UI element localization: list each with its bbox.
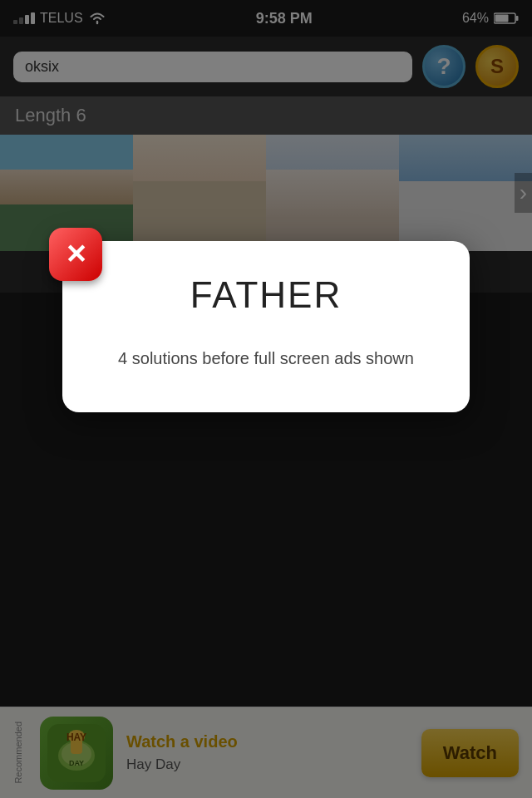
modal-overlay: FATHER 4 solutions before full screen ad… <box>0 0 532 798</box>
close-button[interactable] <box>49 228 102 281</box>
ad-message: 4 solutions before full screen ads shown <box>96 346 436 371</box>
word-display: FATHER <box>96 274 436 316</box>
result-modal: FATHER 4 solutions before full screen ad… <box>62 241 470 412</box>
